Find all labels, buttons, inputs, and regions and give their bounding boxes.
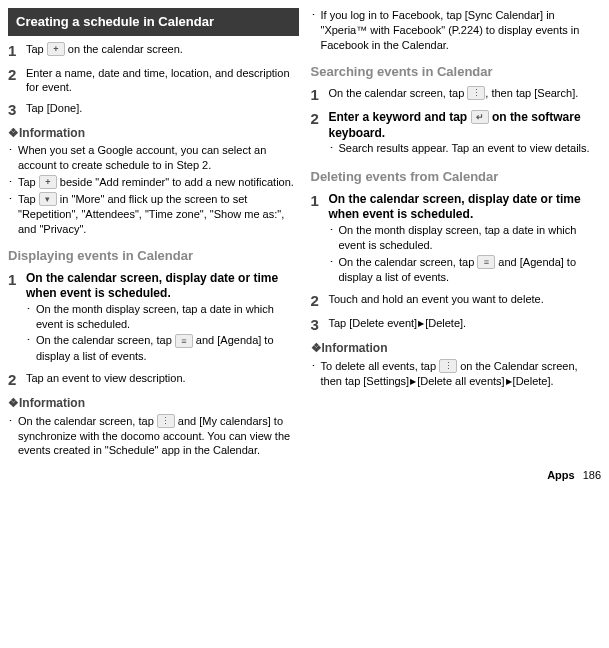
more-icon [467,86,485,100]
step-text: Enter a keyword and tap [329,110,471,124]
sub-bullet: ･Search results appear. Tap an event to … [329,141,602,156]
more-icon [439,359,457,373]
right-column: ･If you log in to Facebook, tap [Sync Ca… [311,8,602,460]
step-search-2: 2 Enter a keyword and tap on the softwar… [311,110,602,158]
step-text: on the calendar screen. [65,43,183,55]
arrow-icon [417,317,425,329]
section-header-create: Creating a schedule in Calendar [8,8,299,36]
step-text: Enter a name, date and time, location, a… [26,66,299,96]
sub-bullet: ･On the calendar screen, tap and [Agenda… [329,255,602,285]
step-text: Tap an event to view description. [26,371,299,386]
step-create-1: 1 Tap on the calendar screen. [8,42,299,60]
step-text: On the calendar screen, display date or … [329,192,602,223]
step-text: On the calendar screen, display date or … [26,271,299,302]
arrow-icon [409,375,417,387]
step-text: Tap [26,43,47,55]
step-delete-2: 2 Touch and hold an event you want to de… [311,292,602,310]
step-delete-3: 3 Tap [Delete event][Delete]. [311,316,602,334]
enter-key-icon [471,110,489,124]
sub-bullet: ･On the month display screen, tap a date… [329,223,602,253]
info-header: ❖Information [8,125,299,141]
info-bullet: ･To delete all events, tap on the Calend… [311,359,602,389]
step-delete-1: 1 On the calendar screen, display date o… [311,192,602,287]
step-text: Tap [Done]. [26,101,299,116]
step-search-1: 1 On the calendar screen, tap , then tap… [311,86,602,104]
info-bullet: ･On the calendar screen, tap and [My cal… [8,414,299,459]
chevron-down-icon [39,192,57,206]
step-text: On the calendar screen, tap [329,87,468,99]
step-display-2: 2 Tap an event to view description. [8,371,299,389]
top-bullet: ･If you log in to Facebook, tap [Sync Ca… [311,8,602,53]
info-bullet: ･Tap in "More" and flick up the screen t… [8,192,299,237]
plus-icon [47,42,65,56]
page-number: 186 [583,469,601,481]
section-title-search: Searching events in Calendar [311,63,602,81]
sub-bullet: ･On the calendar screen, tap and [Agenda… [26,333,299,363]
more-icon [157,414,175,428]
info-bullet: ･Tap beside "Add reminder" to add a new … [8,175,299,190]
plus-icon [39,175,57,189]
left-column: Creating a schedule in Calendar 1 Tap on… [8,8,299,460]
step-create-3: 3 Tap [Done]. [8,101,299,119]
menu-icon [175,334,193,348]
sub-bullet: ･On the month display screen, tap a date… [26,302,299,332]
info-header: ❖Information [8,395,299,411]
arrow-icon [505,375,513,387]
step-text: , then tap [Search]. [485,87,578,99]
section-title-display: Displaying events in Calendar [8,247,299,265]
step-display-1: 1 On the calendar screen, display date o… [8,271,299,366]
step-create-2: 2 Enter a name, date and time, location,… [8,66,299,96]
footer-section: Apps [547,469,575,481]
info-header: ❖Information [311,340,602,356]
section-title-delete: Deleting events from Calendar [311,168,602,186]
menu-icon [477,255,495,269]
page-footer: Apps186 [8,468,601,483]
step-text: Touch and hold an event you want to dele… [329,292,602,307]
info-bullet: ･When you set a Google account, you can … [8,143,299,173]
